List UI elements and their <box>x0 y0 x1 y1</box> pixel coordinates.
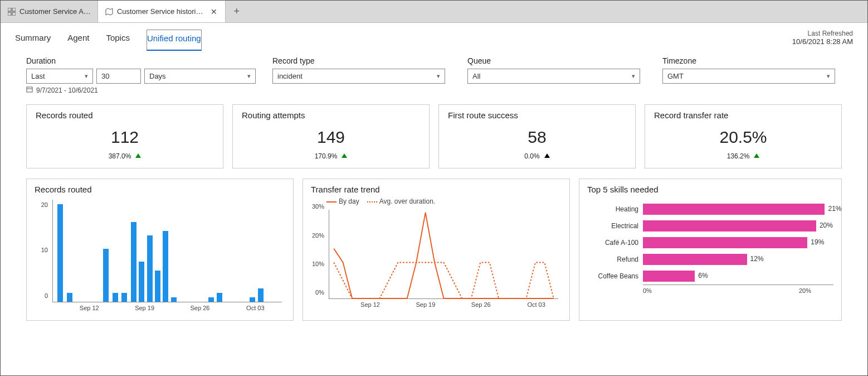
tab-label: Customer Service historic… <box>117 7 206 16</box>
legend-by-day: By day <box>339 197 359 205</box>
chart-title: Top 5 skills needed <box>587 185 833 194</box>
svg-rect-0 <box>8 8 11 11</box>
bar <box>121 293 127 302</box>
bar <box>67 293 72 302</box>
chevron-down-icon: ▾ <box>85 73 88 80</box>
kpi-delta: 0.0% <box>448 152 626 160</box>
tab-label: Customer Service A… <box>19 7 91 16</box>
chart-top-5-skills: Top 5 skills needed Heating21%Electrical… <box>579 179 842 321</box>
kpi-record-transfer-rate: Record transfer rate 20.5% 136.2% <box>645 104 842 168</box>
timezone-select[interactable]: GMT ▾ <box>662 69 835 84</box>
skill-row: Refund12% <box>587 251 833 268</box>
calendar-icon <box>26 86 33 94</box>
date-range-text: 9/7/2021 - 10/6/2021 <box>36 86 98 94</box>
chevron-down-icon: ▾ <box>437 73 440 80</box>
filter-bar: Duration Last ▾ 30 Days ▾ Record type in… <box>1 51 867 84</box>
grid-icon <box>7 7 16 16</box>
nav-unified-routing[interactable]: Unified routing <box>147 30 202 51</box>
chevron-down-icon: ▾ <box>827 73 830 80</box>
kpi-delta: 170.9% <box>242 152 420 160</box>
last-refreshed-value: 10/6/2021 8:28 AM <box>792 37 853 46</box>
filter-label: Duration <box>26 56 256 65</box>
filter-label: Queue <box>467 56 640 65</box>
chart-legend: By day Avg. over duration. <box>311 197 562 205</box>
report-nav: Summary Agent Topics Unified routing <box>15 30 202 51</box>
duration-mode-select[interactable]: Last ▾ <box>26 69 93 84</box>
trend-up-icon <box>342 153 347 158</box>
kpi-title: Records routed <box>36 110 214 120</box>
duration-value-input[interactable]: 30 <box>96 69 141 84</box>
trend-up-icon <box>135 153 141 158</box>
kpi-value: 149 <box>242 128 420 147</box>
bar <box>131 222 136 302</box>
trend-up-icon <box>544 153 550 158</box>
nav-agent[interactable]: Agent <box>67 30 89 51</box>
nav-summary[interactable]: Summary <box>15 30 51 51</box>
last-refreshed: Last Refreshed 10/6/2021 8:28 AM <box>792 30 853 46</box>
svg-rect-3 <box>12 12 16 16</box>
bar <box>163 231 168 302</box>
bar <box>155 271 160 302</box>
chart-title: Records routed <box>35 185 285 194</box>
chart-title: Transfer rate trend <box>311 185 562 194</box>
chevron-down-icon: ▾ <box>632 73 635 80</box>
window-tabstrip: Customer Service A… Customer Service his… <box>1 1 867 23</box>
skill-row: Coffee Beans6% <box>587 268 833 285</box>
record-type-select[interactable]: incident ▾ <box>272 69 445 84</box>
bar <box>171 297 177 302</box>
bar <box>139 262 144 302</box>
chevron-down-icon: ▾ <box>247 73 251 80</box>
kpi-value: 112 <box>36 128 214 147</box>
bar-chart: 01020 Sep 12Sep 19Sep 26Oct 03 <box>35 197 285 315</box>
new-tab-button[interactable]: + <box>226 1 248 22</box>
line-chart: 0%10%20%30% Sep 12Sep 19Sep 26Oct 03 <box>311 208 562 311</box>
kpi-row: Records routed 112 387.0% Routing attemp… <box>1 94 867 168</box>
svg-rect-4 <box>27 87 32 92</box>
kpi-title: First route success <box>448 110 626 120</box>
chart-transfer-rate-trend: Transfer rate trend By day Avg. over dur… <box>303 179 570 321</box>
kpi-title: Routing attempts <box>242 110 420 120</box>
svg-rect-1 <box>12 8 16 11</box>
bar <box>57 204 63 302</box>
bar <box>208 297 214 302</box>
bar <box>147 235 153 302</box>
last-refreshed-label: Last Refreshed <box>792 30 853 37</box>
horizontal-bar-chart: Heating21%Electrical20%Café A-10019%Refu… <box>587 197 833 294</box>
kpi-routing-attempts: Routing attempts 149 170.9% <box>232 104 430 168</box>
bar <box>250 297 255 302</box>
kpi-value: 20.5% <box>654 128 832 147</box>
kpi-records-routed: Records routed 112 387.0% <box>26 104 223 168</box>
skill-row: Heating21% <box>587 201 833 218</box>
kpi-title: Record transfer rate <box>654 110 832 120</box>
kpi-delta: 136.2% <box>654 152 832 160</box>
bar <box>258 288 264 302</box>
tab-cs-analytics[interactable]: Customer Service A… <box>1 1 98 22</box>
filter-label: Record type <box>272 56 445 65</box>
trend-up-icon <box>754 153 759 158</box>
kpi-delta: 387.0% <box>36 152 214 160</box>
queue-select[interactable]: All ▾ <box>467 69 640 84</box>
legend-avg: Avg. over duration. <box>379 197 436 205</box>
bar <box>113 293 118 302</box>
skill-row: Electrical20% <box>587 218 833 234</box>
duration-unit-select[interactable]: Days ▾ <box>144 69 256 84</box>
bar <box>217 293 222 302</box>
close-icon[interactable]: ✕ <box>209 7 218 16</box>
bar <box>103 249 109 302</box>
kpi-first-route-success: First route success 58 0.0% <box>438 104 636 168</box>
nav-topics[interactable]: Topics <box>106 30 130 51</box>
tab-cs-historic[interactable]: Customer Service historic… ✕ <box>98 1 226 22</box>
svg-rect-2 <box>8 12 11 16</box>
chart-records-routed: Records routed 01020 Sep 12Sep 19Sep 26O… <box>26 179 294 321</box>
kpi-value: 58 <box>448 128 626 147</box>
filter-label: Timezone <box>662 56 835 65</box>
map-icon <box>105 7 114 16</box>
skill-row: Café A-10019% <box>587 234 833 251</box>
